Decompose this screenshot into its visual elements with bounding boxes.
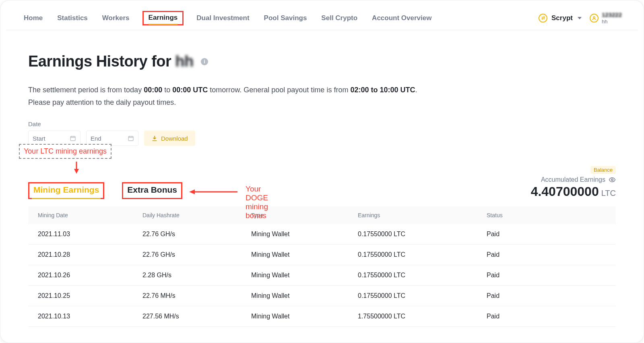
balance-chip[interactable]: Balance <box>590 166 616 174</box>
svg-marker-4 <box>189 189 195 194</box>
annotation-doge: Your DOGE mining bonus <box>246 185 268 220</box>
account-id: 123222 <box>602 11 622 19</box>
algo-selector[interactable]: ⇄ Scrypt <box>539 14 582 23</box>
accumulated-earnings-value: 4.40700000LTC <box>531 184 616 199</box>
chevron-down-icon <box>578 17 582 19</box>
accumulated-earnings-label: Accumulated Earnings <box>541 176 616 183</box>
svg-point-0 <box>593 17 595 18</box>
nav-item-sell-crypto[interactable]: Sell Crypto <box>320 12 359 25</box>
nav-item-dual-investment[interactable]: Dual Investment <box>195 12 251 25</box>
eye-icon[interactable] <box>609 176 616 183</box>
nav-item-statistics[interactable]: Statistics <box>56 12 89 25</box>
earnings-table: Mining Date Daily Hashrate Type Earnings… <box>28 206 616 327</box>
calendar-icon <box>128 135 134 141</box>
svg-rect-2 <box>128 137 133 141</box>
top-nav: HomeStatisticsWorkersEarningsDual Invest… <box>6 6 638 30</box>
nav-item-workers[interactable]: Workers <box>101 12 131 25</box>
settlement-description: The settlement period is from today 00:0… <box>28 84 616 108</box>
calendar-icon <box>70 135 76 141</box>
table-row: 2021.10.2822.76 GH/sMining Wallet0.17550… <box>28 245 616 265</box>
tab-extra-bonus[interactable]: Extra Bonus <box>122 182 182 199</box>
nav-item-pool-savings[interactable]: Pool Savings <box>262 12 309 25</box>
account-menu[interactable]: 123222 hh <box>590 11 622 25</box>
download-icon <box>151 135 158 141</box>
table-row: 2021.10.262.28 GH/sMining Wallet0.175500… <box>28 265 616 286</box>
svg-marker-7 <box>74 169 79 174</box>
svg-rect-1 <box>70 137 75 141</box>
annotation-arrow-down <box>72 162 80 176</box>
nav-item-account-overview[interactable]: Account Overview <box>370 12 433 25</box>
annotation-ltc: Your LTC mining earnings <box>19 144 111 159</box>
swap-icon: ⇄ <box>539 14 547 23</box>
annotation-arrow <box>189 188 237 196</box>
date-label: Date <box>28 121 616 127</box>
svg-point-5 <box>611 179 613 181</box>
page-title: Earnings History for hh i <box>28 53 616 70</box>
account-name-blur: hh <box>175 53 193 70</box>
table-row: 2021.11.0322.76 GH/sMining Wallet0.17550… <box>28 224 616 245</box>
download-button[interactable]: Download <box>144 131 195 146</box>
table-row: 2021.10.2522.76 MH/sMining Wallet0.17550… <box>28 286 616 306</box>
user-icon <box>590 14 599 23</box>
table-row: 2021.10.13227.56 MH/sMining Wallet1.7550… <box>28 306 616 327</box>
nav-item-home[interactable]: Home <box>22 12 44 25</box>
info-icon[interactable]: i <box>201 58 208 65</box>
algo-label: Scrypt <box>551 14 573 22</box>
tab-mining-earnings[interactable]: Mining Earnings <box>28 182 104 199</box>
nav-item-earnings[interactable]: Earnings <box>142 11 184 25</box>
table-header: Mining Date Daily Hashrate Type Earnings… <box>28 206 616 224</box>
account-sub: hh <box>602 19 622 25</box>
